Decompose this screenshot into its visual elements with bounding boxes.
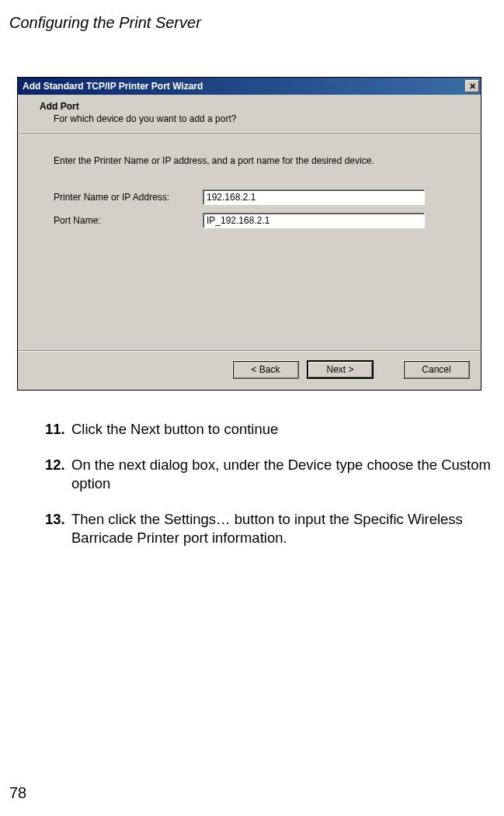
port-name-label: Port Name: bbox=[54, 215, 203, 226]
step-13: 13. Then click the Settings… button to i… bbox=[45, 510, 496, 547]
back-button[interactable]: < Back bbox=[232, 360, 299, 379]
step-number: 13. bbox=[45, 510, 71, 547]
step-text: Then click the Settings… button to input… bbox=[71, 510, 496, 547]
close-icon: ✕ bbox=[469, 82, 476, 92]
wizard-body: Enter the Printer Name or IP address, an… bbox=[18, 134, 481, 350]
button-row: < Back Next > Cancel bbox=[18, 350, 481, 390]
window-title: Add Standard TCP/IP Printer Port Wizard bbox=[23, 81, 203, 92]
step-text: Click the Next button to continue bbox=[71, 420, 496, 439]
next-button[interactable]: Next > bbox=[307, 360, 374, 379]
port-name-input[interactable] bbox=[203, 213, 425, 228]
field-row-port: Port Name: bbox=[54, 213, 453, 228]
wizard-banner: Add Port For which device do you want to… bbox=[18, 95, 481, 134]
step-text: On the next dialog box, under the Device… bbox=[71, 456, 496, 493]
step-number: 12. bbox=[45, 456, 71, 493]
dialog-screenshot: Add Standard TCP/IP Printer Port Wizard … bbox=[17, 77, 481, 391]
banner-title: Add Port bbox=[40, 101, 465, 112]
printer-name-input[interactable] bbox=[203, 189, 425, 205]
body-instruction: Enter the Printer Name or IP address, an… bbox=[54, 155, 453, 166]
wizard-dialog: Add Standard TCP/IP Printer Port Wizard … bbox=[17, 77, 481, 391]
instruction-list: 11. Click the Next button to continue 12… bbox=[45, 420, 496, 547]
printer-name-label: Printer Name or IP Address: bbox=[54, 192, 203, 203]
banner-subtitle: For which device do you want to add a po… bbox=[40, 113, 465, 124]
step-number: 11. bbox=[45, 420, 71, 439]
button-gap bbox=[381, 360, 395, 379]
page-number: 78 bbox=[9, 784, 26, 802]
cancel-button[interactable]: Cancel bbox=[403, 360, 470, 379]
step-11: 11. Click the Next button to continue bbox=[45, 420, 496, 439]
close-button[interactable]: ✕ bbox=[465, 80, 479, 92]
field-row-printer: Printer Name or IP Address: bbox=[54, 189, 453, 205]
step-12: 12. On the next dialog box, under the De… bbox=[45, 456, 496, 493]
titlebar: Add Standard TCP/IP Printer Port Wizard … bbox=[18, 78, 481, 95]
page-header: Configuring the Print Server bbox=[0, 0, 504, 32]
